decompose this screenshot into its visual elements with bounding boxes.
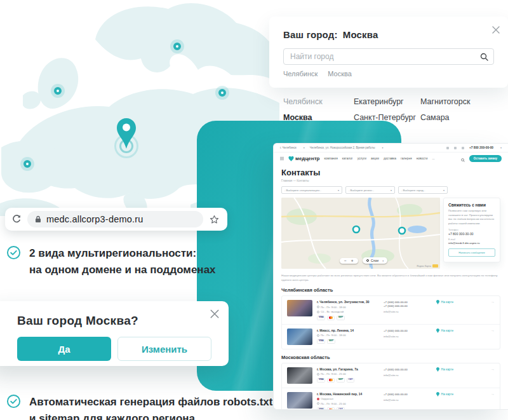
city-option[interactable]: Санкт-Петербург [354, 113, 420, 122]
contact-filters: - Выберите специализацию -▾ - Выберите р… [281, 186, 500, 194]
confirm-city-button[interactable]: Да [17, 337, 111, 361]
map-layers-button[interactable]: Слои ▾ [363, 257, 387, 264]
mastercard-badge [327, 316, 335, 320]
city-quick-tags: Челябинск Москва [283, 70, 494, 78]
modal-title: Ваш город Москва? [17, 314, 229, 328]
city-popup-current-city: Москва [343, 29, 378, 40]
site-topbar-city[interactable]: г. Челябинск [280, 146, 297, 149]
contacts-intro-text: Наши медицинские центры работают во всех… [281, 273, 498, 282]
filter-region-select[interactable]: - Выберите регион -▾ [345, 186, 395, 194]
office-metro: Окружная [321, 397, 333, 400]
city-option[interactable]: Магнитогорск [420, 97, 502, 106]
pin-icon [436, 329, 439, 333]
row-arrow-icon[interactable]: → [491, 367, 495, 371]
contact-card-phone[interactable]: +7 800 300-30-30 [448, 232, 495, 236]
office-email[interactable]: info@site.ru [384, 398, 432, 402]
visa-badge: VISA [317, 407, 325, 410]
write-message-button[interactable]: Написать сообщение [448, 248, 495, 257]
breadcrumb-home[interactable]: Главная [281, 179, 292, 182]
site-logo[interactable]: медцентр [288, 156, 319, 161]
menu-icon[interactable] [280, 156, 284, 161]
map-link[interactable]: На карте [436, 329, 462, 333]
office-phone[interactable]: +7 (000) 000-00-00 [384, 329, 432, 332]
bookmark-star-icon[interactable] [209, 214, 220, 225]
map-link[interactable]: На карте [436, 392, 462, 396]
social-icon[interactable] [446, 147, 449, 149]
clock-icon [317, 311, 319, 313]
contact-card-email[interactable]: info@medc3.dm.aspro.ru [448, 241, 495, 245]
filter-city-select[interactable]: - Выберите город -▾ [398, 186, 448, 194]
city-option[interactable]: Екатеринбург [354, 97, 420, 106]
office-email[interactable]: info@site.ru [384, 310, 432, 313]
map-zoom-controls[interactable]: − + [340, 258, 358, 264]
office-phone[interactable]: +7 (000) 000-00-00 [384, 304, 432, 308]
nav-item[interactable]: доставка [384, 157, 396, 160]
map-link[interactable]: На карте [436, 300, 462, 304]
map-link[interactable]: На карте [436, 367, 462, 372]
site-topbar-phone[interactable]: +7 800 200-00-00 [469, 146, 493, 149]
heart-icon [288, 156, 294, 161]
social-icon[interactable] [454, 147, 457, 149]
map-pin-north [173, 43, 181, 50]
chevron-down-icon: ▾ [338, 189, 339, 192]
nav-item[interactable]: компания [324, 157, 337, 160]
mir-badge: МИР [337, 378, 345, 383]
site-topbar-address[interactable]: Челябинск, ул. Новороссийская 2, Время р… [310, 146, 375, 149]
offices-list-chelyabinsk: г. Челябинск, ул. Энтузиастов, 30 Пн - П… [281, 295, 500, 349]
row-arrow-icon[interactable]: → [491, 300, 495, 304]
url-text[interactable]: medc.allcorp3-demo.ru [46, 214, 144, 224]
nav-item[interactable]: галерея [401, 157, 412, 160]
close-icon[interactable] [491, 25, 500, 34]
main-location-pin-icon [114, 117, 139, 152]
feature-line: 2 вида мультирегиональности: [29, 245, 216, 262]
nav-more[interactable]: ... [432, 157, 434, 160]
office-phone[interactable]: +7 (000) 000-00-00 [384, 301, 432, 304]
city-tag[interactable]: Москва [328, 70, 352, 78]
search-icon[interactable] [480, 52, 488, 64]
feature-line: на одном домене и на поддоменах [29, 262, 216, 278]
nav-item[interactable]: новости [417, 157, 428, 160]
office-email[interactable]: info@site.ru [384, 335, 432, 338]
offices-map[interactable]: − + Слои ▾ Яндекс Карты [281, 198, 440, 269]
mastercard-badge [327, 378, 335, 383]
office-phone[interactable]: +7 (000) 000-00-00 [384, 393, 432, 396]
pin-icon [436, 300, 439, 304]
zoom-in-button[interactable]: + [351, 259, 354, 263]
city-tag[interactable]: Челябинск [283, 70, 318, 78]
social-icon[interactable] [462, 147, 464, 149]
chevron-down-icon: ▾ [391, 189, 392, 192]
site-logo-text: медцентр [295, 156, 319, 161]
feature-robots-sitemap: Автоматическая генерация файлов robots.t… [6, 394, 272, 420]
office-email[interactable]: info@site.ru [384, 374, 432, 377]
row-arrow-icon[interactable]: → [491, 392, 495, 396]
close-icon[interactable] [210, 309, 220, 319]
site-cta-button[interactable]: Оставить заявку [469, 155, 502, 162]
nav-item[interactable]: акции [371, 157, 379, 160]
site-topbar: г. Челябинск ▾ Челябинск, ул. Новороссий… [274, 144, 508, 152]
nav-item[interactable]: услуги [358, 157, 366, 160]
filter-specialization-select[interactable]: - Выберите специализацию -▾ [281, 186, 342, 194]
office-photo [287, 329, 312, 345]
feature-line: Автоматическая генерация файлов robots.t… [29, 394, 272, 410]
office-address: г. Москва, Нежинский пер, 14 [317, 392, 379, 396]
nav-item[interactable]: каталог [342, 157, 353, 160]
email-label: E-mail [448, 238, 495, 241]
chevron-down-icon: ▾ [500, 146, 502, 149]
refresh-icon[interactable] [11, 214, 22, 224]
office-phone[interactable]: +7 (000) 000-00-00 [384, 368, 432, 371]
city-option-selected[interactable]: Москва [283, 113, 354, 122]
city-search-input[interactable] [283, 48, 494, 65]
change-city-button[interactable]: Изменить [117, 337, 211, 361]
check-icon [6, 245, 21, 260]
office-hours: Пн - Пт: 9:00 - 21:00 [321, 372, 346, 376]
visa-badge: VISA [317, 316, 325, 320]
map-pin-west [54, 87, 62, 95]
url-pill[interactable]: medc.allcorp3-demo.ru [27, 211, 203, 227]
city-popup-title: Ваш город:Москва [283, 29, 494, 40]
city-option[interactable]: Самара [420, 113, 502, 122]
city-option[interactable]: Челябинск [283, 97, 354, 106]
search-icon[interactable] [461, 153, 465, 165]
row-arrow-icon[interactable]: → [491, 329, 495, 332]
zoom-out-button[interactable]: − [344, 259, 347, 263]
lock-icon [35, 215, 41, 223]
